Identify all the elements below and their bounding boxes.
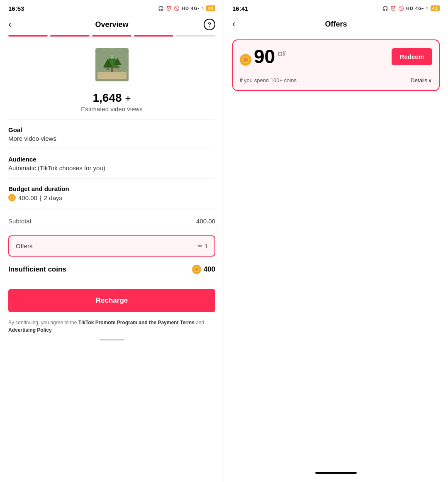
redeem-button[interactable]: Redeem <box>392 48 432 65</box>
offer-condition: if you spend 100+ coins <box>240 77 297 83</box>
offer-coin-inner <box>242 56 249 63</box>
footer-link1[interactable]: TikTok Promote Program and the Payment T… <box>78 320 195 325</box>
insufficient-coin-icon <box>192 265 201 274</box>
video-thumbnail <box>95 48 129 81</box>
audience-value: Automatic (TikTok chooses for you) <box>8 164 215 171</box>
left-header: ‹ Overview ? <box>0 15 224 35</box>
progress-tabs <box>0 35 224 37</box>
budget-amount: 400.00 <box>18 194 37 201</box>
budget-separator: | <box>40 194 41 201</box>
right-back-button[interactable]: ‹ <box>232 19 235 29</box>
offer-off: Off <box>278 50 286 57</box>
budget-section: Budget and duration 400.00 | 2 days <box>0 179 224 208</box>
tag-icon: ✒ <box>197 242 203 250</box>
goal-label: Goal <box>8 126 215 133</box>
progress-tab-2 <box>50 35 90 37</box>
video-views-label: Estimated video views <box>81 105 142 113</box>
offers-badge-area: ✒ 1 <box>197 242 208 250</box>
subtotal-label: Subtotal <box>8 218 31 225</box>
audience-section: Audience Automatic (TikTok chooses for y… <box>0 149 224 178</box>
coin-icon-inner <box>10 196 14 200</box>
left-header-title: Overview <box>95 20 128 29</box>
footer-and: and <box>195 320 204 325</box>
right-status-bar: 16:41 🎧 ⏰ 🚫 HD 4G▪ ≈ 41 <box>224 0 448 15</box>
offer-bottom: if you spend 100+ coins Details ∨ <box>240 77 432 83</box>
summary-section: Subtotal 400.00 <box>0 208 224 234</box>
video-views-number: 1,648 <box>93 91 122 105</box>
scroll-indicator <box>100 339 124 340</box>
offer-card: 90 Off Redeem if you spend 100+ coins De… <box>232 39 440 91</box>
offers-row[interactable]: Offers ✒ 1 <box>8 235 215 257</box>
budget-coin-icon <box>8 194 16 201</box>
left-status-right-icons: 🎧 ⏰ 🚫 HD 4G▪ ≈ 40 <box>158 6 215 11</box>
offer-divider <box>240 72 432 72</box>
svg-rect-5 <box>111 68 113 72</box>
footer-link2[interactable]: Advertising Policy <box>8 327 52 333</box>
right-status-right-icons: 🎧 ⏰ 🚫 HD 4G▪ ≈ 41 <box>382 6 440 11</box>
svg-rect-9 <box>97 72 127 79</box>
insufficient-amount: 400 <box>204 265 215 274</box>
progress-tab-5 <box>176 35 215 37</box>
budget-value: 400.00 | 2 days <box>8 194 215 201</box>
svg-rect-7 <box>116 65 118 69</box>
subtotal-row: Subtotal 400.00 <box>8 213 215 229</box>
insufficient-label: Insufficient coins <box>8 265 66 274</box>
right-panel: 16:41 🎧 ⏰ 🚫 HD 4G▪ ≈ 41 ‹ Offers 90 Off … <box>224 0 448 482</box>
right-status-icons: 🎧 ⏰ 🚫 HD 4G▪ ≈ 41 <box>382 6 440 11</box>
progress-tab-4 <box>134 35 173 37</box>
help-button[interactable]: ? <box>204 19 215 30</box>
home-bar <box>315 472 357 474</box>
offer-amount-area: 90 Off <box>240 47 286 66</box>
right-status-time: 16:41 <box>232 5 248 12</box>
video-views-plus: + <box>125 93 131 104</box>
insufficient-row: Insufficient coins 400 <box>0 258 224 281</box>
offer-top: 90 Off Redeem <box>240 47 432 66</box>
thumbnail-svg <box>97 50 127 79</box>
right-header: ‹ Offers <box>224 15 448 35</box>
footer-text: By continuing, you agree to the TikTok P… <box>0 319 224 334</box>
left-status-time: 16:53 <box>8 5 24 12</box>
audience-label: Audience <box>8 156 215 163</box>
details-button[interactable]: Details ∨ <box>411 77 432 83</box>
insufficient-value: 400 <box>192 265 215 274</box>
footer-prefix: By continuing, you agree to the <box>8 320 78 325</box>
subtotal-value: 400.00 <box>196 218 215 225</box>
budget-days: 2 days <box>44 194 62 201</box>
left-back-button[interactable]: ‹ <box>8 19 11 30</box>
offers-count: 1 <box>205 243 208 250</box>
offer-coin-icon <box>240 54 251 66</box>
svg-rect-6 <box>107 67 109 70</box>
recharge-button[interactable]: Recharge <box>8 289 215 312</box>
goal-section: Goal More video views <box>0 120 224 149</box>
right-header-title: Offers <box>325 20 347 29</box>
left-status-bar: 16:53 🎧 ⏰ 🚫 HD 4G▪ ≈ 40 <box>0 0 224 15</box>
offers-label: Offers <box>16 242 33 250</box>
left-panel: 16:53 🎧 ⏰ 🚫 HD 4G▪ ≈ 40 ‹ Overview ? <box>0 0 224 482</box>
help-icon: ? <box>208 21 212 28</box>
goal-value: More video views <box>8 135 215 142</box>
coin-lg-inner <box>194 267 199 272</box>
budget-label: Budget and duration <box>8 185 215 192</box>
offer-number: 90 <box>254 47 275 66</box>
details-label: Details <box>411 77 427 83</box>
details-chevron: ∨ <box>428 77 432 83</box>
progress-tab-3 <box>92 35 131 37</box>
left-status-icons: 🎧 ⏰ 🚫 HD 4G▪ ≈ 40 <box>158 6 215 11</box>
thumbnail-area: 1,648 + Estimated video views <box>0 38 224 119</box>
progress-tab-1 <box>8 35 48 37</box>
